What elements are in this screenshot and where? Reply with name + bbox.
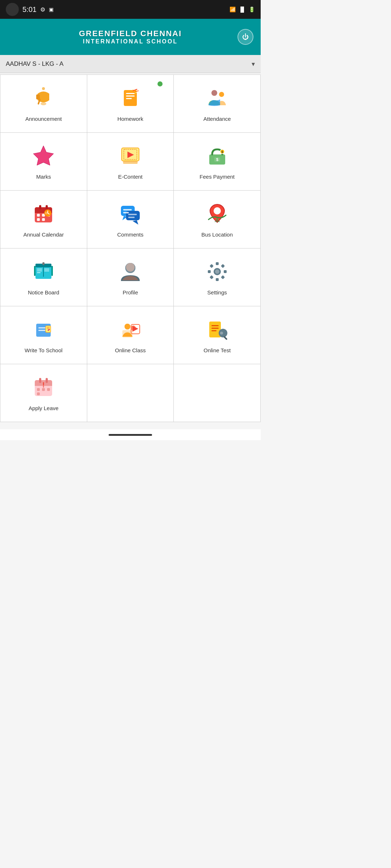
comments-icon (117, 201, 143, 227)
svg-rect-50 (37, 269, 42, 269)
status-bar: 5:01 ⚙ ▣ 📶 ▐▌ 🔋 (0, 0, 261, 19)
grid-item-econtent[interactable]: E-Content (87, 133, 174, 191)
status-bar-left: 5:01 ⚙ ▣ (6, 3, 54, 16)
student-dropdown[interactable]: AADHAV S - LKG - A ▾ (0, 55, 261, 73)
grid-item-bus-location[interactable]: Bus Location (174, 191, 261, 248)
svg-rect-70 (221, 264, 225, 268)
home-indicator (0, 429, 261, 440)
settings-icon (204, 259, 230, 285)
power-button[interactable]: ⏻ (237, 29, 253, 45)
svg-rect-52 (37, 272, 41, 273)
grid-item-annual-calendar[interactable]: Annual Calendar (0, 191, 87, 248)
write-to-school-label: Write To School (25, 347, 63, 354)
attendance-icon (204, 85, 230, 111)
grid-item-notice-board[interactable]: Notice Board (0, 248, 87, 306)
svg-rect-65 (216, 278, 219, 281)
attendance-label: Attendance (203, 115, 231, 123)
apply-leave-icon: ! (30, 374, 56, 400)
svg-rect-63 (224, 270, 227, 273)
bus-location-icon (204, 201, 230, 227)
svg-rect-30 (37, 218, 40, 221)
svg-rect-88 (211, 328, 219, 329)
svg-point-10 (211, 90, 217, 96)
svg-rect-75 (46, 326, 51, 332)
svg-rect-43 (123, 212, 129, 213)
grid-item-settings[interactable]: Settings (174, 248, 261, 306)
svg-rect-101 (37, 392, 40, 395)
grid-item-online-test[interactable]: Online Test (174, 306, 261, 364)
app-header: GREENFIELD CHENNAI INTERNATIONAL SCHOOL … (0, 19, 261, 55)
write-to-school-icon (30, 316, 56, 342)
svg-rect-64 (221, 275, 225, 279)
svg-rect-54 (44, 271, 49, 271)
svg-rect-97 (46, 378, 48, 383)
status-time: 5:01 (22, 5, 37, 14)
fees-payment-label: Fees Payment (199, 173, 235, 180)
status-circle-icon (6, 3, 19, 16)
svg-rect-37 (46, 205, 48, 209)
battery-icon: 🔋 (249, 7, 255, 12)
school-logo: GREENFIELD CHENNAI INTERNATIONAL SCHOOL (23, 29, 237, 45)
svg-point-91 (220, 332, 223, 335)
status-icons-right: 📶 ▐▌ 🔋 (230, 7, 255, 12)
svg-text:$: $ (216, 157, 218, 162)
svg-rect-98 (37, 388, 40, 391)
online-test-icon (204, 316, 230, 342)
signal-icon: ▐▌ (239, 7, 246, 12)
svg-rect-36 (39, 205, 41, 209)
svg-point-2 (42, 87, 45, 90)
notice-board-label: Notice Board (28, 289, 59, 296)
homework-label: Homework (117, 115, 143, 123)
online-class-icon (117, 316, 143, 342)
svg-rect-55 (34, 266, 35, 276)
annual-calendar-icon (30, 201, 56, 227)
svg-rect-31 (42, 218, 45, 221)
svg-rect-68 (209, 264, 213, 268)
grid-item-marks[interactable]: Marks (0, 133, 87, 191)
svg-rect-96 (39, 378, 41, 383)
svg-rect-69 (216, 262, 219, 265)
school-name-line1: GREENFIELD CHENNAI (79, 29, 182, 38)
grid-item-homework[interactable]: Homework (87, 75, 174, 133)
svg-rect-86 (209, 322, 221, 337)
grid-item-announcement[interactable]: Announcement (0, 75, 87, 133)
notification-dot (157, 81, 163, 86)
svg-point-9 (219, 92, 224, 97)
grid-item-profile[interactable]: Profile (87, 248, 174, 306)
settings-status-icon: ⚙ (40, 6, 45, 13)
econtent-label: E-Content (118, 173, 143, 180)
svg-point-81 (125, 324, 130, 329)
grid-item-fees-payment[interactable]: $ $ Fees Payment (174, 133, 261, 191)
sim-status-icon: ▣ (49, 7, 54, 12)
svg-rect-89 (211, 330, 216, 331)
svg-text:!: ! (42, 381, 45, 389)
marks-label: Marks (36, 173, 51, 180)
announcement-label: Announcement (25, 115, 62, 123)
svg-rect-42 (123, 209, 132, 210)
settings-label: Settings (207, 289, 227, 296)
profile-icon (117, 259, 143, 285)
grid-item-write-to-school[interactable]: Write To School (0, 306, 87, 364)
power-icon: ⏻ (242, 33, 249, 41)
grid-item-comments[interactable]: Comments (87, 191, 174, 248)
menu-grid: Announcement Homework Attendance Marks (0, 75, 261, 422)
grid-item-apply-leave[interactable]: ! Apply Leave (0, 364, 87, 422)
svg-rect-1 (36, 94, 40, 99)
bus-location-label: Bus Location (201, 231, 233, 238)
svg-rect-67 (208, 270, 211, 273)
svg-rect-5 (126, 95, 135, 97)
profile-label: Profile (123, 289, 138, 296)
svg-rect-44 (128, 214, 137, 215)
grid-item-online-class[interactable]: Online Class (87, 306, 174, 364)
student-name-label: AADHAV S - LKG - A (6, 60, 63, 68)
announcement-icon (30, 85, 56, 111)
svg-rect-56 (51, 266, 53, 276)
notice-board-icon (30, 259, 56, 285)
svg-rect-4 (126, 93, 135, 94)
svg-rect-18 (123, 161, 138, 164)
dropdown-arrow-icon: ▾ (252, 60, 255, 68)
svg-point-62 (215, 269, 219, 274)
home-bar (109, 434, 152, 436)
grid-item-attendance[interactable]: Attendance (174, 75, 261, 133)
svg-rect-51 (37, 271, 42, 271)
